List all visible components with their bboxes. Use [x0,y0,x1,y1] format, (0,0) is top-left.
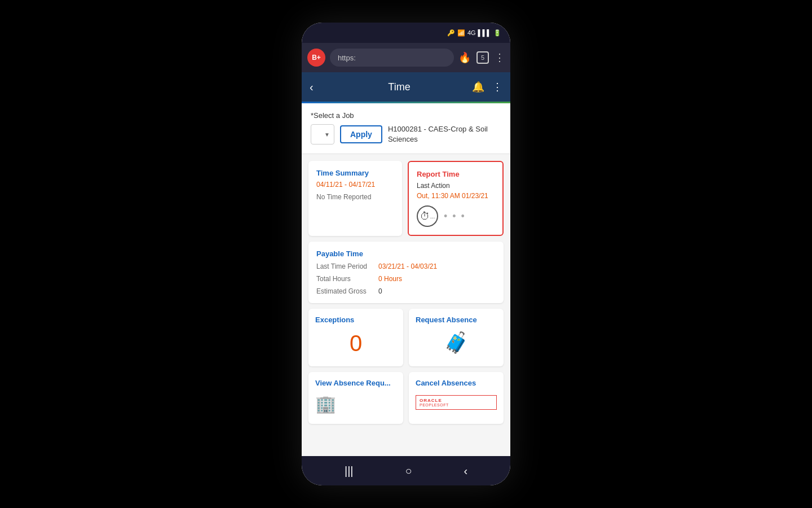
time-summary-title: Time Summary [316,169,394,177]
time-summary-report-row: Time Summary 04/11/21 - 04/17/21 No Time… [308,161,504,236]
time-summary-card: Time Summary 04/11/21 - 04/17/21 No Time… [308,161,402,236]
job-select-wrapper: 1 - Student Assistant ▼ [311,124,334,144]
building-icon: 🏢 [315,394,396,414]
payable-total-hours-label: Total Hours [316,275,378,283]
view-cancel-absence-row: View Absence Requ... 🏢 Cancel Absences O… [308,372,504,424]
exceptions-absence-row: Exceptions 0 Request Absence 🧳 [308,309,504,366]
apply-button[interactable]: Apply [340,125,382,143]
header-more-icon[interactable]: ⋮ [492,81,502,93]
clock-ellipsis: ... [430,213,435,220]
suitcase-icon: 🧳 [416,331,497,354]
payable-estimated-gross-value: 0 [378,287,382,295]
app-header: ‹ Time 🔔 ⋮ [302,72,510,102]
signal-text: 4G [467,29,476,36]
payable-last-period-label: Last Time Period [316,262,378,270]
exceptions-card[interactable]: Exceptions 0 [308,309,403,366]
more-options-dots[interactable]: • • • [444,211,466,222]
browser-logo: B+ [307,49,325,67]
view-absence-card[interactable]: View Absence Requ... 🏢 [308,372,403,424]
payable-time-card: Payable Time Last Time Period 03/21/21 -… [308,242,504,303]
job-section: *Select a Job 1 - Student Assistant ▼ Ap… [302,103,510,154]
exceptions-count: 0 [315,331,396,356]
exceptions-title: Exceptions [315,316,354,324]
report-time-actions: ⏱ ... • • • [417,205,495,227]
payable-estimated-gross-row: Estimated Gross 0 [316,287,496,295]
peoplesoft-text: PEOPLESOFT [420,403,493,407]
hamburger-menu-icon[interactable]: ||| [345,465,354,478]
nav-back-icon[interactable]: ‹ [464,465,467,478]
cancel-absences-title: Cancel Absences [416,379,497,387]
browser-actions: 🔥 5 ⋮ [458,51,505,64]
time-summary-date-range: 04/11/21 - 04/17/21 [316,181,394,189]
clock-icon: ⏱ [420,211,430,222]
nav-bar: ||| ○ ‹ [302,456,510,485]
cancel-absences-card[interactable]: Cancel Absences ORACLE PEOPLESOFT [409,372,504,424]
cards-area: Time Summary 04/11/21 - 04/17/21 No Time… [302,154,510,431]
browser-bar: B+ https: 🔥 5 ⋮ [302,43,510,72]
payable-time-title: Payable Time [316,249,496,258]
status-icons: 🔑 📶 4G ▌▌▌ 🔋 [447,29,501,37]
wifi-icon: 📶 [457,29,465,37]
browser-url-bar[interactable]: https: [330,49,454,67]
request-absence-card[interactable]: Request Absence 🧳 [409,309,504,366]
job-description: H1000281 - CAES-Crop & Soil Sciences [388,124,501,144]
page-title: Time [326,81,472,93]
header-icons: 🔔 ⋮ [472,81,502,93]
home-icon[interactable]: ○ [405,465,412,478]
browser-more-icon[interactable]: ⋮ [495,51,505,64]
request-absence-title: Request Absence [416,316,477,324]
notification-bell-icon[interactable]: 🔔 [472,81,484,93]
payable-last-period-row: Last Time Period 03/21/21 - 04/03/21 [316,262,496,270]
oracle-peoplesoft-logo: ORACLE PEOPLESOFT [416,395,497,410]
payable-estimated-gross-label: Estimated Gross [316,287,378,295]
status-bar: 🔑 📶 4G ▌▌▌ 🔋 [302,23,510,43]
content-area: *Select a Job 1 - Student Assistant ▼ Ap… [302,103,510,456]
job-select[interactable]: 1 - Student Assistant [311,124,334,144]
payable-total-hours-row: Total Hours 0 Hours [316,275,496,283]
no-time-reported: No Time Reported [316,193,394,201]
last-action-value: Out, 11:30 AM 01/23/21 [417,192,495,200]
back-button[interactable]: ‹ [310,81,326,94]
job-row: 1 - Student Assistant ▼ Apply H1000281 -… [311,124,501,144]
fire-icon[interactable]: 🔥 [458,51,471,64]
key-icon: 🔑 [447,29,455,37]
tab-count-badge[interactable]: 5 [476,51,489,64]
oracle-text: ORACLE [420,398,493,403]
battery-icon: 🔋 [493,29,501,37]
report-time-title: Report Time [417,170,495,178]
report-time-card[interactable]: Report Time Last Action Out, 11:30 AM 01… [408,161,504,236]
clock-button[interactable]: ⏱ ... [417,205,438,227]
payable-total-hours-value: 0 Hours [378,275,402,283]
last-action-label: Last Action [417,182,495,190]
job-select-label: *Select a Job [311,111,501,120]
payable-last-period-value: 03/21/21 - 04/03/21 [378,262,437,270]
view-absence-title: View Absence Requ... [315,379,396,387]
signal-bars-icon: ▌▌▌ [478,29,491,36]
